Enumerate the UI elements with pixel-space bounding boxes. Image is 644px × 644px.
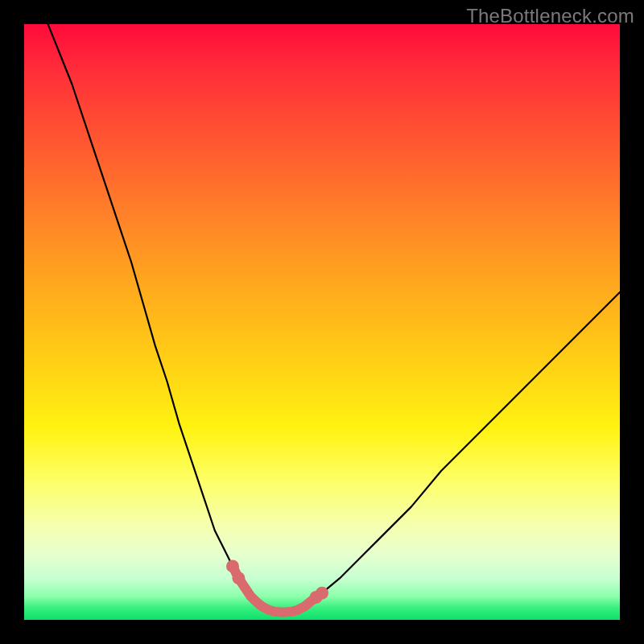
plot-area bbox=[24, 24, 620, 620]
curve-layer bbox=[24, 24, 620, 620]
highlight-dot bbox=[232, 572, 245, 584]
watermark-text: TheBottleneck.com bbox=[466, 5, 634, 27]
highlight-dot bbox=[316, 587, 328, 600]
highlight-dot bbox=[226, 559, 239, 572]
bottleneck-curve bbox=[48, 24, 620, 612]
highlight-min-region bbox=[233, 566, 322, 612]
chart-frame: TheBottleneck.com bbox=[0, 0, 644, 644]
highlight-dots bbox=[226, 559, 328, 603]
